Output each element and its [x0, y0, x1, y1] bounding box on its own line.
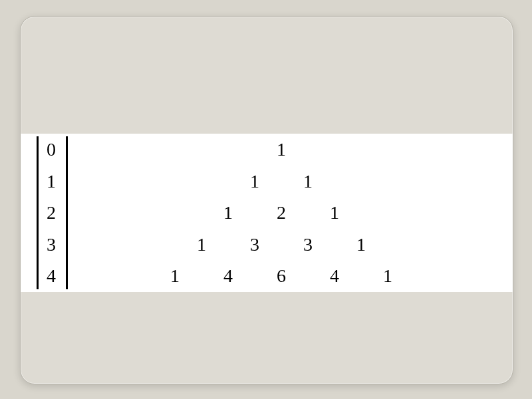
row-cells: 14641: [66, 260, 497, 292]
pascal-triangle: 01111212131331414641: [37, 134, 497, 292]
triangle-rows: 01111212131331414641: [37, 134, 497, 292]
triangle-cell: 1: [170, 260, 180, 292]
triangle-cell: 1: [383, 260, 392, 292]
triangle-cell: 6: [277, 260, 286, 292]
triangle-cell: 3: [250, 229, 259, 261]
triangle-cell: 3: [303, 229, 313, 261]
row-cells: 11: [66, 166, 497, 198]
triangle-row: 111: [37, 166, 497, 198]
triangle-cell: 1: [356, 229, 366, 261]
triangle-row: 31331: [37, 229, 497, 261]
triangle-cell: 1: [223, 197, 233, 229]
triangle-cell: 1: [330, 197, 339, 229]
row-cells: 121: [66, 197, 497, 229]
triangle-row: 414641: [37, 260, 497, 292]
triangle-row: 2121: [37, 197, 497, 229]
row-index: 3: [37, 229, 66, 261]
row-index: 0: [37, 134, 66, 166]
row-cells: 1331: [66, 229, 497, 261]
triangle-cell: 4: [330, 260, 339, 292]
triangle-cell: 1: [197, 229, 206, 261]
row-cells: 1: [66, 134, 497, 166]
row-index: 1: [37, 166, 66, 198]
triangle-row: 01: [37, 134, 497, 166]
triangle-cell: 2: [277, 197, 286, 229]
triangle-cell: 1: [250, 166, 259, 198]
row-index: 4: [37, 260, 66, 292]
triangle-cell: 1: [303, 166, 313, 198]
row-index: 2: [37, 197, 66, 229]
triangle-cell: 1: [277, 134, 286, 166]
triangle-cell: 4: [223, 260, 233, 292]
slide-card: 01111212131331414641: [20, 16, 513, 384]
